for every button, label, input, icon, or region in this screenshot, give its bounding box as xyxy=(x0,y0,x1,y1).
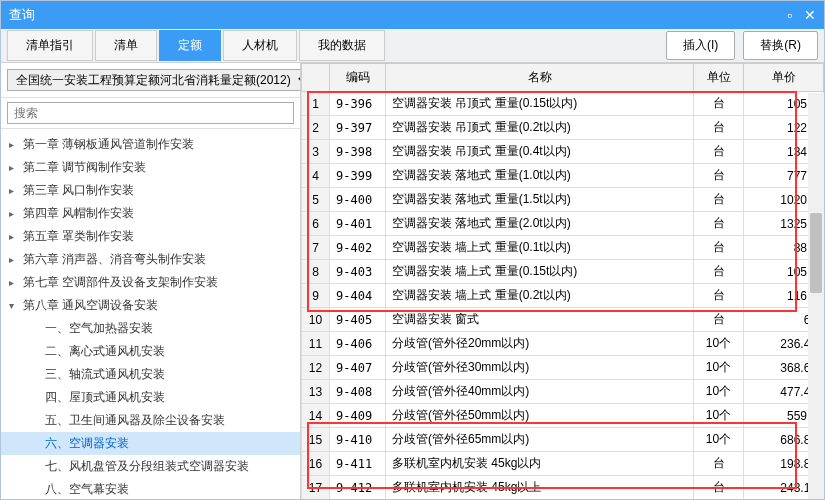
tree-item[interactable]: 一、空气加热器安装 xyxy=(1,317,300,340)
cell-code[interactable]: 9-398 xyxy=(330,140,386,164)
tree-item[interactable]: ▸第六章 消声器、消音弯头制作安装 xyxy=(1,248,300,271)
expand-icon[interactable]: ▸ xyxy=(9,277,19,288)
minimize-button[interactable]: ▫ xyxy=(787,7,792,23)
tree-item[interactable]: ▸第二章 调节阀制作安装 xyxy=(1,156,300,179)
cell-name[interactable]: 空调器安装 吊顶式 重量(0.4t以内) xyxy=(386,140,694,164)
expand-icon[interactable]: ▸ xyxy=(9,162,19,173)
cell-unit[interactable]: 10个 xyxy=(694,404,744,428)
grid-header[interactable] xyxy=(302,64,330,92)
insert-button[interactable]: 插入(I) xyxy=(666,31,735,60)
cell-code[interactable]: 9-406 xyxy=(330,332,386,356)
expand-icon[interactable]: ▸ xyxy=(9,254,19,265)
cell-code[interactable]: 9-412 xyxy=(330,476,386,500)
tab-1[interactable]: 清单 xyxy=(95,30,157,61)
cell-code[interactable]: 9-402 xyxy=(330,236,386,260)
table-row[interactable]: 99-404空调器安装 墙上式 重量(0.2t以内)台116.7 xyxy=(302,284,824,308)
table-row[interactable]: 29-397空调器安装 吊顶式 重量(0.2t以内)台122.7 xyxy=(302,116,824,140)
table-row[interactable]: 129-407分歧管(管外径30mm以内)10个368.65 xyxy=(302,356,824,380)
cell-code[interactable]: 9-397 xyxy=(330,116,386,140)
table-row[interactable]: 179-412多联机室内机安装 45kg以上台243.17 xyxy=(302,476,824,500)
tree-item[interactable]: ▸第七章 空调部件及设备支架制作安装 xyxy=(1,271,300,294)
cell-name[interactable]: 空调器安装 墙上式 重量(0.15t以内) xyxy=(386,260,694,284)
tab-2[interactable]: 定额 xyxy=(159,30,221,61)
table-row[interactable]: 59-400空调器安装 落地式 重量(1.5t以内)台1020.3 xyxy=(302,188,824,212)
grid-header[interactable]: 编码 xyxy=(330,64,386,92)
tree-item[interactable]: ▸第一章 薄钢板通风管道制作安装 xyxy=(1,133,300,156)
cell-code[interactable]: 9-411 xyxy=(330,452,386,476)
quota-select[interactable]: 全国统一安装工程预算定额河北省消耗量定额(2012) xyxy=(7,69,301,91)
cell-name[interactable]: 分歧管(管外径65mm以内) xyxy=(386,428,694,452)
cell-unit[interactable]: 10个 xyxy=(694,428,744,452)
scrollbar[interactable] xyxy=(808,93,824,499)
tab-4[interactable]: 我的数据 xyxy=(299,30,385,61)
table-row[interactable]: 139-408分歧管(管外径40mm以内)10个477.45 xyxy=(302,380,824,404)
table-row[interactable]: 69-401空调器安装 落地式 重量(2.0t以内)台1325.1 xyxy=(302,212,824,236)
expand-icon[interactable]: ▸ xyxy=(9,139,19,150)
cell-unit[interactable]: 台 xyxy=(694,92,744,116)
tree-item[interactable]: 四、屋顶式通风机安装 xyxy=(1,386,300,409)
cell-code[interactable]: 9-410 xyxy=(330,428,386,452)
table-row[interactable]: 169-411多联机室内机安装 45kg以内台198.84 xyxy=(302,452,824,476)
collapse-icon[interactable]: ▾ xyxy=(9,300,19,311)
table-row[interactable]: 159-410分歧管(管外径65mm以内)10个686.89 xyxy=(302,428,824,452)
grid-header[interactable]: 单价 xyxy=(744,64,824,92)
cell-unit[interactable]: 10个 xyxy=(694,356,744,380)
expand-icon[interactable]: ▸ xyxy=(9,208,19,219)
tree-item[interactable]: 七、风机盘管及分段组装式空调器安装 xyxy=(1,455,300,478)
cell-unit[interactable]: 10个 xyxy=(694,332,744,356)
cell-name[interactable]: 空调器安装 墙上式 重量(0.1t以内) xyxy=(386,236,694,260)
table-row[interactable]: 39-398空调器安装 吊顶式 重量(0.4t以内)台134.1 xyxy=(302,140,824,164)
tree-item[interactable]: ▾第八章 通风空调设备安装 xyxy=(1,294,300,317)
cell-name[interactable]: 空调器安装 落地式 重量(1.0t以内) xyxy=(386,164,694,188)
cell-name[interactable]: 分歧管(管外径40mm以内) xyxy=(386,380,694,404)
table-row[interactable]: 149-409分歧管(管外径50mm以内)10个559.6 xyxy=(302,404,824,428)
cell-unit[interactable]: 台 xyxy=(694,284,744,308)
expand-icon[interactable]: ▸ xyxy=(9,185,19,196)
cell-unit[interactable]: 台 xyxy=(694,116,744,140)
tree-item[interactable]: 六、空调器安装 xyxy=(1,432,300,455)
cell-code[interactable]: 9-404 xyxy=(330,284,386,308)
table-row[interactable]: 79-402空调器安装 墙上式 重量(0.1t以内)台88.5 xyxy=(302,236,824,260)
tree-item[interactable]: ▸第四章 风帽制作安装 xyxy=(1,202,300,225)
cell-unit[interactable]: 台 xyxy=(694,476,744,500)
cell-code[interactable]: 9-409 xyxy=(330,404,386,428)
cell-code[interactable]: 9-399 xyxy=(330,164,386,188)
scrollbar-thumb[interactable] xyxy=(810,213,822,293)
cell-unit[interactable]: 台 xyxy=(694,212,744,236)
cell-code[interactable]: 9-400 xyxy=(330,188,386,212)
cell-name[interactable]: 多联机室内机安装 45kg以上 xyxy=(386,476,694,500)
tree-item[interactable]: ▸第五章 罩类制作安装 xyxy=(1,225,300,248)
tree-item[interactable]: 三、轴流式通风机安装 xyxy=(1,363,300,386)
cell-code[interactable]: 9-396 xyxy=(330,92,386,116)
close-button[interactable]: ✕ xyxy=(804,7,816,23)
cell-unit[interactable]: 台 xyxy=(694,140,744,164)
cell-name[interactable]: 空调器安装 墙上式 重量(0.2t以内) xyxy=(386,284,694,308)
cell-name[interactable]: 空调器安装 落地式 重量(2.0t以内) xyxy=(386,212,694,236)
cell-unit[interactable]: 10个 xyxy=(694,380,744,404)
tree-item[interactable]: 五、卫生间通风器及除尘设备安装 xyxy=(1,409,300,432)
cell-unit[interactable]: 台 xyxy=(694,452,744,476)
table-row[interactable]: 109-405空调器安装 窗式台65 xyxy=(302,308,824,332)
cell-name[interactable]: 多联机室内机安装 45kg以内 xyxy=(386,452,694,476)
quota-grid[interactable]: 编码名称单位单价19-396空调器安装 吊顶式 重量(0.15t以内)台105.… xyxy=(301,63,824,499)
cell-name[interactable]: 空调器安装 吊顶式 重量(0.15t以内) xyxy=(386,92,694,116)
cell-code[interactable]: 9-408 xyxy=(330,380,386,404)
cell-code[interactable]: 9-407 xyxy=(330,356,386,380)
tree-item[interactable]: 二、离心式通风机安装 xyxy=(1,340,300,363)
cell-code[interactable]: 9-401 xyxy=(330,212,386,236)
cell-unit[interactable]: 台 xyxy=(694,236,744,260)
grid-header[interactable]: 单位 xyxy=(694,64,744,92)
cell-unit[interactable]: 台 xyxy=(694,308,744,332)
cell-code[interactable]: 9-403 xyxy=(330,260,386,284)
grid-header[interactable]: 名称 xyxy=(386,64,694,92)
tree-item[interactable]: ▸第三章 风口制作安装 xyxy=(1,179,300,202)
cell-code[interactable]: 9-405 xyxy=(330,308,386,332)
table-row[interactable]: 89-403空调器安装 墙上式 重量(0.15t以内)台105.3 xyxy=(302,260,824,284)
cell-unit[interactable]: 台 xyxy=(694,260,744,284)
cell-name[interactable]: 空调器安装 窗式 xyxy=(386,308,694,332)
tab-3[interactable]: 人材机 xyxy=(223,30,297,61)
cell-name[interactable]: 分歧管(管外径30mm以内) xyxy=(386,356,694,380)
table-row[interactable]: 19-396空调器安装 吊顶式 重量(0.15t以内)台105.3 xyxy=(302,92,824,116)
tab-0[interactable]: 清单指引 xyxy=(7,30,93,61)
table-row[interactable]: 49-399空调器安装 落地式 重量(1.0t以内)台777.9 xyxy=(302,164,824,188)
